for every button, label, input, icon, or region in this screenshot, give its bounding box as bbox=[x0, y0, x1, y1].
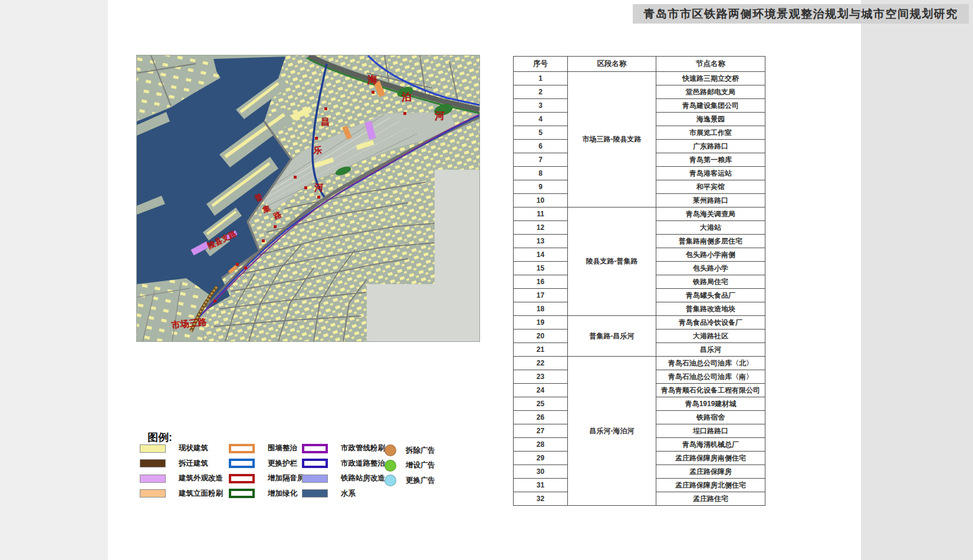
sound-barrier-swatch-icon bbox=[229, 474, 255, 483]
cell-node: 海逸景园 bbox=[656, 113, 765, 126]
cell-index: 25 bbox=[514, 397, 568, 411]
remove-ad-dot-icon bbox=[384, 444, 396, 456]
cell-index: 2 bbox=[514, 85, 568, 99]
legend-item: 增加绿化 bbox=[229, 489, 297, 499]
table-row: 19普集路-昌乐河青岛食品冷饮设备厂 bbox=[514, 316, 765, 330]
map-legend: 图例: 现状建筑拆迁建筑建筑外观改造建筑立面粉刷围墙整治更换护栏增加隔音屏增加绿… bbox=[140, 416, 470, 533]
map-label: 昌 bbox=[321, 117, 330, 126]
table-header-row: 序号 区段名称 节点名称 bbox=[514, 57, 765, 72]
legend-label: 建筑立面粉刷 bbox=[179, 489, 223, 499]
legend-item: 更换广告 bbox=[384, 475, 435, 486]
legend-item: 增加隔音屏 bbox=[229, 473, 305, 483]
cell-index: 9 bbox=[514, 180, 568, 194]
legend-title: 图例: bbox=[147, 430, 172, 444]
demolished-building-swatch-icon bbox=[140, 459, 166, 467]
cell-section: 昌乐河-海泊河 bbox=[568, 357, 656, 506]
cell-index: 29 bbox=[514, 452, 568, 465]
table-row: 1市场三路-陵县支路快速路三期立交桥 bbox=[514, 72, 765, 85]
cell-index: 30 bbox=[514, 465, 568, 479]
cell-section: 陵县支路-普集路 bbox=[568, 207, 656, 316]
cell-node: 包头路小学 bbox=[656, 262, 765, 275]
cell-node: 青岛罐头食品厂 bbox=[656, 289, 765, 302]
cell-node: 昌乐河 bbox=[656, 343, 765, 357]
map-image bbox=[137, 55, 479, 341]
cell-index: 18 bbox=[514, 302, 568, 316]
cell-index: 23 bbox=[514, 370, 568, 384]
cell-index: 6 bbox=[514, 140, 568, 153]
table-row: 11陵县支路-普集路青岛海关调查局 bbox=[514, 207, 765, 221]
cell-node: 市展览工作室 bbox=[656, 126, 765, 140]
cell-index: 1 bbox=[514, 72, 568, 85]
cell-index: 31 bbox=[514, 479, 568, 492]
cell-index: 22 bbox=[514, 357, 568, 370]
cell-index: 10 bbox=[514, 194, 568, 207]
cell-node: 青岛港客运站 bbox=[656, 167, 765, 180]
cell-node: 普集路改造地块 bbox=[656, 302, 765, 316]
legend-label: 更换护栏 bbox=[268, 459, 297, 469]
cell-node: 大港路社区 bbox=[656, 330, 765, 343]
facade-painting-swatch-icon bbox=[140, 489, 166, 498]
cell-section: 普集路-昌乐河 bbox=[568, 316, 656, 357]
cell-index: 7 bbox=[514, 153, 568, 167]
cell-node: 孟庄路保障房 bbox=[656, 465, 765, 479]
legend-label: 铁路站房改造 bbox=[341, 473, 385, 483]
cell-node: 铁路宿舍 bbox=[656, 411, 765, 424]
title-bar: 青岛市市区铁路两侧环境景观整治规划与城市空间规划研究 bbox=[633, 4, 969, 24]
cell-index: 3 bbox=[514, 99, 568, 113]
legend-item: 铁路站房改造 bbox=[302, 473, 385, 483]
cell-node: 孟庄路住宅 bbox=[656, 492, 765, 506]
facade-renovation-swatch-icon bbox=[140, 475, 166, 483]
legend-label: 围墙整治 bbox=[268, 443, 297, 453]
legend-item: 市政道路整治 bbox=[302, 459, 385, 469]
legend-label: 更换广告 bbox=[406, 476, 435, 486]
cell-node: 青岛石油总公司油库〈北〉 bbox=[656, 357, 765, 370]
map-label: 河 bbox=[435, 111, 445, 121]
legend-item: 更换护栏 bbox=[229, 459, 297, 469]
document-page: { "title": "青岛市市区铁路两侧环境景观整治规划与城市空间规划研究",… bbox=[0, 0, 973, 560]
existing-building-swatch-icon bbox=[140, 444, 166, 453]
legend-label: 市政道路整治 bbox=[341, 459, 385, 469]
map-label: 泊 bbox=[402, 92, 412, 102]
cell-node: 包头路小学南侧 bbox=[656, 248, 765, 262]
cell-node: 铁路局住宅 bbox=[656, 275, 765, 289]
legend-label: 水系 bbox=[341, 489, 356, 499]
cell-node: 莱州路路口 bbox=[656, 194, 765, 207]
cell-index: 32 bbox=[514, 492, 568, 506]
cell-node: 大港站 bbox=[656, 221, 765, 235]
cell-index: 26 bbox=[514, 411, 568, 424]
legend-item: 拆除广告 bbox=[384, 444, 435, 456]
cell-index: 5 bbox=[514, 126, 568, 140]
railing-replacement-swatch-icon bbox=[229, 459, 255, 468]
cell-node: 青岛食品冷饮设备厂 bbox=[656, 316, 765, 330]
legend-item: 现状建筑 bbox=[140, 443, 208, 453]
legend-item: 市政管线粉刷 bbox=[302, 443, 385, 453]
cell-index: 24 bbox=[514, 384, 568, 397]
cell-index: 8 bbox=[514, 167, 568, 180]
col-header-index: 序号 bbox=[514, 57, 568, 72]
pipeline-painting-swatch-icon bbox=[302, 444, 328, 453]
add-ad-dot-icon bbox=[384, 460, 396, 472]
cell-node: 快速路三期立交桥 bbox=[656, 72, 765, 85]
cell-index: 21 bbox=[514, 343, 568, 357]
cell-node: 孟庄路保障房北侧住宅 bbox=[656, 479, 765, 492]
cell-index: 28 bbox=[514, 438, 568, 452]
node-table-body: 1市场三路-陵县支路快速路三期立交桥2堂邑路邮电支局3青岛建设集团公司4海逸景园… bbox=[514, 72, 765, 506]
legend-label: 增加隔音屏 bbox=[268, 473, 305, 483]
map-label: 海 bbox=[367, 75, 377, 85]
legend-label: 拆除广告 bbox=[406, 446, 435, 456]
cell-node: 普集路南侧多层住宅 bbox=[656, 235, 765, 248]
replace-ad-dot-icon bbox=[384, 475, 396, 486]
legend-item: 围墙整治 bbox=[229, 443, 297, 453]
col-header-section: 区段名称 bbox=[568, 57, 656, 72]
legend-item: 建筑立面粉刷 bbox=[140, 489, 223, 499]
table-row: 22昌乐河-海泊河青岛石油总公司油库〈北〉 bbox=[514, 357, 765, 370]
greening-swatch-icon bbox=[229, 489, 255, 498]
cell-index: 12 bbox=[514, 221, 568, 235]
legend-item: 拆迁建筑 bbox=[140, 459, 208, 469]
cell-index: 20 bbox=[514, 330, 568, 343]
cell-node: 埕口路路口 bbox=[656, 424, 765, 438]
legend-item: 水系 bbox=[302, 489, 356, 499]
cell-index: 16 bbox=[514, 275, 568, 289]
road-improvement-swatch-icon bbox=[302, 459, 328, 468]
content-panel: 青岛市市区铁路两侧环境景观整治规划与城市空间规划研究 bbox=[108, 0, 861, 560]
